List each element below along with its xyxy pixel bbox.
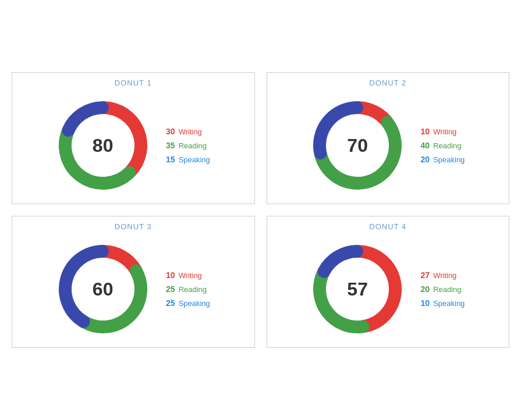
donut-body-3: 6010Writing25Reading25Speaking — [18, 237, 249, 341]
legend-value: 27 — [416, 270, 430, 280]
legend-item: 20Reading — [416, 284, 465, 294]
legend-label: Writing — [433, 127, 456, 136]
donut-legend-1: 30Writing35Reading15Speaking — [161, 127, 210, 164]
legend-label: Reading — [433, 141, 461, 150]
donut-legend-4: 27Writing20Reading10Speaking — [416, 270, 465, 308]
legend-label: Speaking — [433, 155, 465, 164]
legend-value: 10 — [416, 298, 430, 308]
legend-item: 10Writing — [161, 270, 210, 280]
legend-label: Writing — [179, 127, 202, 136]
donut-title-4: DONUT 4 — [369, 222, 406, 231]
donut-card-4: DONUT 45727Writing20Reading10Speaking — [267, 216, 510, 348]
legend-item: 10Writing — [416, 127, 465, 136]
donut-chart-4: 57 — [311, 243, 404, 336]
legend-label: Writing — [179, 271, 202, 280]
legend-value: 10 — [161, 270, 175, 280]
legend-value: 10 — [416, 127, 430, 136]
legend-label: Reading — [179, 285, 207, 294]
legend-value: 40 — [416, 141, 430, 150]
donut-grid: DONUT 18030Writing35Reading15SpeakingDON… — [0, 60, 521, 360]
donut-chart-2: 70 — [311, 99, 404, 192]
donut-center-value-3: 60 — [93, 279, 114, 300]
legend-item: 40Reading — [416, 141, 465, 150]
donut-center-value-1: 80 — [93, 135, 114, 156]
legend-value: 25 — [161, 298, 175, 308]
legend-item: 25Reading — [161, 284, 210, 294]
donut-center-value-2: 70 — [347, 135, 368, 156]
donut-chart-3: 60 — [56, 243, 150, 336]
legend-item: 25Speaking — [161, 298, 210, 308]
legend-value: 30 — [161, 127, 175, 136]
legend-item: 10Speaking — [416, 298, 465, 308]
legend-item: 30Writing — [161, 127, 210, 136]
legend-label: Writing — [433, 271, 456, 280]
legend-value: 25 — [161, 284, 175, 294]
donut-card-2: DONUT 27010Writing40Reading20Speaking — [267, 72, 510, 204]
legend-label: Reading — [179, 141, 207, 150]
legend-item: 27Writing — [416, 270, 465, 280]
legend-item: 20Speaking — [416, 155, 465, 164]
legend-value: 15 — [161, 155, 175, 164]
donut-body-2: 7010Writing40Reading20Speaking — [273, 93, 504, 198]
legend-label: Speaking — [179, 299, 210, 308]
donut-card-1: DONUT 18030Writing35Reading15Speaking — [12, 72, 255, 204]
donut-card-3: DONUT 36010Writing25Reading25Speaking — [12, 216, 255, 348]
legend-label: Speaking — [179, 155, 210, 164]
donut-body-1: 8030Writing35Reading15Speaking — [18, 93, 249, 198]
donut-legend-3: 10Writing25Reading25Speaking — [161, 270, 210, 308]
legend-value: 20 — [416, 284, 430, 294]
legend-item: 15Speaking — [161, 155, 210, 164]
donut-body-4: 5727Writing20Reading10Speaking — [273, 237, 504, 341]
donut-title-3: DONUT 3 — [115, 222, 152, 231]
legend-value: 35 — [161, 141, 175, 150]
legend-value: 20 — [416, 155, 430, 164]
donut-center-value-4: 57 — [347, 279, 368, 300]
donut-legend-2: 10Writing40Reading20Speaking — [416, 127, 465, 164]
legend-label: Speaking — [433, 299, 465, 308]
donut-title-2: DONUT 2 — [369, 79, 406, 87]
legend-item: 35Reading — [161, 141, 210, 150]
donut-title-1: DONUT 1 — [115, 79, 152, 87]
legend-label: Reading — [433, 285, 461, 294]
donut-chart-1: 80 — [56, 99, 150, 192]
